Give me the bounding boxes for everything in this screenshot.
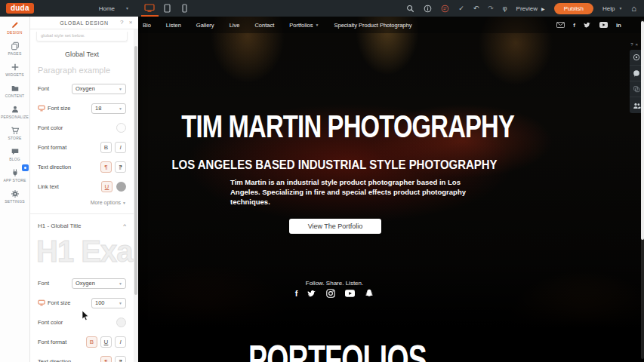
duda-logo[interactable]: duda	[6, 3, 34, 14]
youtube-icon[interactable]	[345, 289, 355, 298]
bold-button[interactable]: B	[100, 142, 112, 153]
nav-link-bio[interactable]: Bio	[143, 22, 151, 29]
editor-sidebar: DESIGN PAGES WIDGETS CONTENT PERSONALIZE…	[0, 17, 30, 362]
panel-scrollbar[interactable]	[134, 29, 138, 362]
responsive-override-icon	[38, 105, 45, 112]
close-icon[interactable]: ×	[635, 42, 640, 47]
sidebar-item-design[interactable]: DESIGN	[0, 17, 29, 38]
h1-font-size-value: 100	[95, 299, 105, 306]
nav-link-listen[interactable]: Listen	[166, 22, 181, 29]
facebook-icon[interactable]: f	[573, 22, 575, 29]
view-portfolio-button[interactable]: View The Portfolio	[289, 219, 381, 234]
sidebar-item-settings[interactable]: SETTINGS	[0, 186, 29, 207]
link-underline-button[interactable]: U	[101, 181, 112, 192]
more-options-label: More options	[91, 200, 121, 205]
sidebar-item-store[interactable]: STORE	[0, 122, 29, 143]
comments-icon[interactable]	[441, 5, 449, 13]
collapse-icon[interactable]: ^	[123, 222, 126, 229]
saved-check-icon[interactable]: ✓	[458, 5, 464, 12]
h1-ltr-direction-button[interactable]: ¶	[100, 356, 112, 362]
twitter-icon[interactable]	[307, 289, 316, 298]
h1-underline-button[interactable]: U	[100, 336, 112, 348]
nav-link-portfolios[interactable]: Portfolios ▼	[289, 22, 319, 29]
device-switcher	[141, 0, 193, 17]
font-format-row: Font format B I	[30, 142, 134, 153]
nav-link-contact[interactable]: Contact	[254, 22, 274, 29]
h1-section-title: H1 - Global Title	[38, 222, 81, 229]
sidebar-item-blog[interactable]: BLOG	[0, 143, 29, 164]
h1-italic-button[interactable]: I	[115, 336, 126, 348]
mobile-icon	[182, 4, 187, 13]
youtube-icon[interactable]	[599, 22, 608, 28]
portfolios-heading[interactable]: PORTFOLIOS	[194, 336, 481, 362]
site-subtitle[interactable]: LOS ANGELES BASED INDUSTRIAL STYLE PHOTO…	[162, 158, 507, 173]
preview-scrollbar[interactable]	[641, 20, 644, 359]
font-select[interactable]: Oxygen ▼	[72, 84, 126, 94]
font-size-select[interactable]: 18 ▼	[91, 103, 126, 114]
sidebar-item-label: PERSONALIZE	[1, 115, 29, 119]
sidebar-item-content[interactable]: CONTENT	[0, 80, 29, 101]
h1-font-row: Font Oxygen ▼	[30, 278, 134, 289]
close-icon[interactable]: ×	[129, 19, 133, 26]
person-icon	[11, 105, 20, 114]
facebook-icon[interactable]: f	[295, 289, 298, 298]
link-color-swatch[interactable]	[116, 182, 126, 192]
h1-text-direction-label: Text direction	[38, 358, 71, 362]
h1-section-header[interactable]: H1 - Global Title ^	[30, 220, 134, 232]
h1-rtl-direction-button[interactable]: ¶	[115, 356, 126, 362]
undo-icon[interactable]: ↶	[473, 5, 479, 12]
h1-font-select[interactable]: Oxygen ▼	[72, 278, 126, 289]
help-menu[interactable]: Help ▼	[602, 5, 622, 12]
h1-font-size-select[interactable]: 100 ▼	[91, 298, 126, 308]
nav-link-specialty[interactable]: Specialty Product Photography	[334, 22, 411, 29]
font-select-value: Oxygen	[75, 85, 95, 92]
h1-font-color-label: Font color	[38, 319, 63, 326]
global-design-panel: GLOBAL DESIGN ? × global style set below…	[30, 17, 138, 362]
sidebar-item-pages[interactable]: PAGES	[0, 38, 29, 59]
ltr-direction-button[interactable]: ¶	[100, 161, 112, 173]
twitter-icon[interactable]	[584, 22, 591, 29]
more-options-link[interactable]: More options ▼	[30, 200, 126, 205]
search-icon[interactable]	[406, 5, 414, 13]
h1-sample-text: H1 Exa	[30, 233, 134, 269]
sidebar-item-label: STORE	[8, 136, 21, 140]
nav-link-live[interactable]: Live	[230, 22, 240, 29]
pages-icon	[11, 41, 20, 51]
h1-bold-button[interactable]: B	[86, 336, 97, 348]
font-color-swatch[interactable]	[116, 123, 126, 133]
info-note-text: global style set below.	[41, 33, 85, 38]
dashboard-home-icon[interactable]: ⌂	[631, 5, 636, 13]
publish-button[interactable]: Publish	[554, 3, 593, 14]
preview-scrollbar-thumb[interactable]	[641, 21, 644, 240]
instagram-icon[interactable]	[326, 289, 335, 298]
h1-font-value: Oxygen	[75, 280, 95, 287]
dev-mode-icon[interactable]: φ	[503, 5, 507, 12]
chevron-down-icon: ▼	[316, 23, 319, 27]
info-icon[interactable]	[424, 5, 432, 13]
h1-font-color-swatch[interactable]	[116, 318, 126, 327]
site-description[interactable]: Tim Martin is an industrial style produc…	[230, 178, 466, 207]
redo-icon[interactable]: ↷	[488, 5, 494, 12]
sidebar-item-personalize[interactable]: PERSONALIZE	[0, 101, 29, 122]
desktop-view-button[interactable]	[141, 0, 159, 17]
tablet-view-button[interactable]	[159, 0, 176, 17]
rtl-direction-button[interactable]: ¶	[115, 161, 126, 173]
section-divider	[30, 213, 134, 214]
linkedin-icon[interactable]: in	[616, 22, 621, 29]
nav-link-gallery[interactable]: Gallery	[196, 22, 214, 29]
panel-scrollbar-thumb[interactable]	[134, 46, 137, 295]
editor-topbar: duda Home ▼ ✓	[0, 0, 644, 17]
sidebar-item-app-store[interactable]: APP STORE	[0, 164, 29, 186]
mobile-view-button[interactable]	[176, 0, 193, 17]
chevron-down-icon: ▼	[125, 6, 129, 11]
italic-button[interactable]: I	[115, 142, 126, 153]
cart-icon	[11, 126, 20, 135]
email-icon[interactable]	[556, 22, 565, 28]
sidebar-item-widgets[interactable]: WIDGETS	[0, 59, 29, 80]
preview-button[interactable]: Preview ▶	[516, 5, 545, 12]
snapchat-icon[interactable]	[365, 289, 374, 298]
site-title[interactable]: TIM MARTIN PHOTOGRAPHY	[181, 109, 488, 145]
page-selector[interactable]: Home ▼	[99, 5, 129, 12]
panel-help-icon[interactable]: ?	[120, 19, 124, 26]
navbar-social-links: f in	[556, 17, 621, 33]
